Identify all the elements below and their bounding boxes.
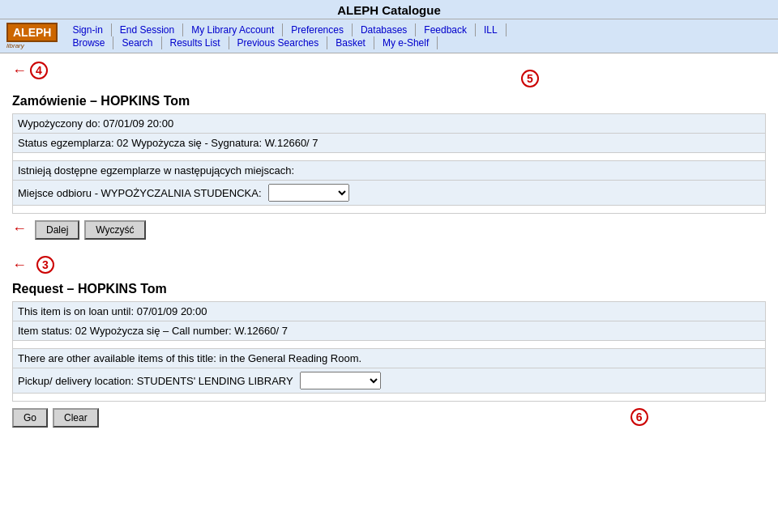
nav-ill[interactable]: ILL — [476, 23, 507, 36]
nav-row-2: Browse Search Results List Previous Sear… — [64, 36, 778, 49]
section2-loan-date: This item is on loan until: 07/01/09 20:… — [13, 302, 766, 321]
marker5: 5 — [521, 70, 539, 87]
arrow-left-buttons1: ← — [12, 220, 27, 240]
section1-row2: Status egzemplarza: 02 Wypożycza się - S… — [13, 134, 766, 153]
section2-pickup-row: Pickup/ delivery location: STUDENTS' LEN… — [13, 368, 766, 394]
logo: ALEPH — [6, 23, 58, 42]
section1-pickup: Miejsce odbioru - WYPOŻYCZALNIA STUDENCK… — [18, 184, 760, 202]
section2-table: This item is on loan until: 07/01/09 20:… — [12, 301, 766, 402]
nav-results-list[interactable]: Results List — [162, 36, 229, 49]
nav-my-library-account[interactable]: My Library Account — [183, 23, 283, 36]
section1-row1: Wypożyczony do: 07/01/09 20:00 — [13, 114, 766, 134]
main-content: ← 4 5 Zamówienie – HOPKINS Tom Wypożyczo… — [0, 53, 778, 436]
nav-row-1: Sign-in End Session My Library Account P… — [64, 23, 778, 36]
nav-preferences[interactable]: Preferences — [283, 23, 353, 36]
section2-row3: There are other available items of this … — [13, 349, 766, 368]
section1-wyczyscc-button[interactable]: Wyczyść — [84, 220, 145, 240]
nav-search[interactable]: Search — [113, 36, 161, 49]
app-title-text: ALEPH Catalogue — [337, 3, 441, 17]
section1-blank2 — [13, 206, 766, 214]
section1-dalej-button[interactable]: Dalej — [35, 220, 79, 240]
section1-loan-date: Wypożyczony do: 07/01/09 20:00 — [13, 114, 766, 134]
step6-area: 6 — [631, 408, 648, 428]
section2-pickup: Pickup/ delivery location: STUDENTS' LEN… — [18, 372, 760, 389]
section1-title: Zamówienie – HOPKINS Tom — [12, 94, 766, 109]
section1-pickup-row: Miejsce odbioru - WYPOŻYCZALNIA STUDENCK… — [13, 181, 766, 206]
nav-browse[interactable]: Browse — [64, 36, 113, 49]
section1-available: Istnieją dostępne egzemplarze w następuj… — [13, 161, 766, 181]
section2-go-button[interactable]: Go — [12, 408, 48, 428]
nav-databases[interactable]: Databases — [353, 23, 416, 36]
nav-my-e-shelf[interactable]: My e-Shelf — [374, 36, 438, 49]
nav-end-session[interactable]: End Session — [112, 23, 183, 36]
section1-buttons: ← Dalej Wyczyść — [12, 220, 766, 240]
arrow-left-4: ← — [12, 62, 27, 79]
nav-sign-in[interactable]: Sign-in — [64, 23, 111, 36]
nav-bar: ALEPH library Sign-in End Session My Lib… — [0, 19, 778, 53]
marker4: ← 4 — [12, 62, 48, 79]
section1-pickup-select[interactable] — [268, 184, 349, 202]
step3-row: ← 3 — [12, 256, 766, 274]
app-title: ALEPH Catalogue — [0, 0, 778, 19]
section2-pickup-label: Pickup/ delivery location: STUDENTS' LEN… — [18, 375, 293, 387]
arrow-left-3: ← — [12, 257, 27, 274]
step5-annotation: 5 — [521, 70, 539, 87]
section-divider: ← 3 — [12, 256, 766, 274]
step3-annotation: 3 — [36, 256, 54, 274]
nav-rows: Sign-in End Session My Library Account P… — [64, 23, 778, 49]
nav-previous-searches[interactable]: Previous Searches — [229, 36, 328, 49]
top-bar: ALEPH Catalogue ALEPH library Sign-in En… — [0, 0, 778, 53]
section2-row1: This item is on loan until: 07/01/09 20:… — [13, 302, 766, 321]
top-markers: ← 4 5 — [12, 62, 766, 87]
nav-feedback[interactable]: Feedback — [416, 23, 476, 36]
section2-buttons: Go Clear 6 — [12, 408, 766, 428]
section1-table: Wypożyczony do: 07/01/09 20:00 Status eg… — [12, 113, 766, 214]
step6-annotation: 6 — [631, 408, 648, 426]
section1-status: Status egzemplarza: 02 Wypożycza się - S… — [13, 134, 766, 153]
section2-title: Request – HOPKINS Tom — [12, 282, 766, 296]
section1-row3: Istnieją dostępne egzemplarze w następuj… — [13, 161, 766, 181]
section1-blank1 — [13, 153, 766, 161]
section1-pickup-label: Miejsce odbioru - WYPOŻYCZALNIA STUDENCK… — [18, 187, 262, 199]
step4-annotation: 4 — [30, 62, 48, 79]
logo-area: ALEPH library — [0, 21, 64, 51]
section2-row2: Item status: 02 Wypożycza się – Call num… — [13, 321, 766, 341]
section2-pickup-select[interactable] — [300, 372, 381, 389]
section2-clear-button[interactable]: Clear — [53, 408, 99, 428]
section2-status: Item status: 02 Wypożycza się – Call num… — [13, 321, 766, 341]
nav-basket[interactable]: Basket — [327, 36, 374, 49]
section2-blank1 — [13, 341, 766, 349]
section2-available: There are other available items of this … — [13, 349, 766, 368]
section2-blank2 — [13, 394, 766, 402]
